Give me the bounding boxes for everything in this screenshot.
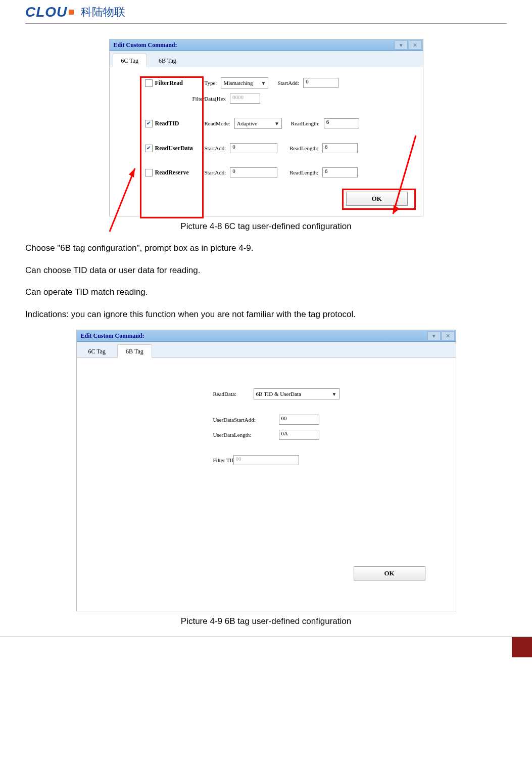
readuserdata-label: ReadUserData: [155, 145, 193, 152]
readreserve-option[interactable]: ReadReserve: [145, 169, 201, 176]
footer-accent-icon: [512, 637, 532, 657]
minimize-button[interactable]: ▾: [395, 40, 408, 50]
readreserve-label: ReadReserve: [155, 169, 189, 176]
startadd-input-user[interactable]: 0: [230, 143, 277, 153]
chevron-down-icon: ▼: [332, 391, 337, 397]
chevron-down-icon: ▼: [261, 80, 266, 86]
minimize-button-6b[interactable]: ▾: [427, 331, 441, 340]
tabs-bar-6b: 6C Tag 6B Tag: [77, 342, 456, 358]
dialog-titlebar: Edit Custom Command: ▾ ✕: [110, 39, 423, 51]
userdatastart-label: UserDataStartAdd:: [213, 417, 279, 423]
paragraph-4: Indications: you can ignore this functio…: [25, 308, 507, 321]
logo-cn: 科陆物联: [81, 5, 125, 20]
readuserdata-checkbox[interactable]: [145, 145, 153, 152]
type-select[interactable]: Mismatching▼: [221, 77, 268, 88]
dialog-title: Edit Custom Command:: [114, 41, 177, 49]
svg-marker-3: [393, 205, 400, 214]
chevron-down-icon: ▼: [274, 121, 279, 126]
close-button[interactable]: ✕: [409, 40, 422, 50]
readmode-select[interactable]: Adaptive▼: [234, 118, 282, 129]
startadd-label: StartAdd:: [277, 80, 299, 86]
type-label: Type:: [205, 80, 217, 86]
paragraph-2: Can choose TID data or user data for rea…: [25, 264, 507, 277]
startadd-label-user: StartAdd:: [205, 145, 226, 151]
userdatastart-input[interactable]: 00: [279, 415, 319, 425]
caption-4-9: Picture 4-9 6B tag user-defined configur…: [25, 616, 507, 626]
userdatalength-label: UserDataLength:: [213, 432, 279, 438]
paragraph-1: Choose "6B tag configuration", prompt bo…: [25, 242, 507, 255]
readtid-checkbox[interactable]: [145, 120, 153, 127]
startadd-input[interactable]: 0: [303, 78, 338, 88]
readlength-label-user: ReadLength:: [289, 145, 318, 151]
filterread-label: FilterRead: [155, 79, 183, 87]
logo-accent-icon: [69, 10, 74, 15]
readlength-input-user[interactable]: 6: [322, 143, 358, 153]
caption-4-8: Picture 4-8 6C tag user-defined configur…: [25, 221, 507, 232]
readlength-label-reserve: ReadLength:: [289, 169, 318, 175]
dialog-titlebar-6b: Edit Custom Command: ▾ ✕: [77, 330, 456, 342]
filterhex-label: FilterData(Hex: [192, 96, 226, 102]
userdatalength-input[interactable]: 0A: [279, 430, 319, 440]
tab-6b-d2[interactable]: 6B Tag: [117, 344, 152, 358]
readlength-input-reserve[interactable]: 6: [322, 167, 358, 177]
readtid-option[interactable]: ReadTID: [145, 120, 201, 127]
filterread-checkbox[interactable]: [145, 79, 153, 87]
paragraph-3: Can operate TID match reading.: [25, 286, 507, 299]
readtid-label: ReadTID: [155, 120, 179, 127]
svg-marker-1: [129, 168, 135, 177]
filterhex-input[interactable]: 0000: [230, 94, 260, 104]
ok-button-6b[interactable]: OK: [354, 566, 425, 580]
logo: CLOU 科陆物联: [25, 4, 125, 20]
readuserdata-option[interactable]: ReadUserData: [145, 145, 201, 152]
startadd-input-reserve[interactable]: 0: [230, 167, 277, 177]
page-footer: [0, 637, 532, 657]
tab-6c-d2[interactable]: 6C Tag: [80, 344, 115, 358]
readlength-label: ReadLength:: [291, 120, 320, 126]
readreserve-checkbox[interactable]: [145, 169, 153, 176]
filterread-option[interactable]: FilterRead: [145, 79, 201, 87]
tab-6b[interactable]: 6B Tag: [150, 54, 185, 67]
logo-text: CLOU: [25, 4, 67, 20]
readdata-select[interactable]: 6B TID & UserData▼: [254, 388, 340, 399]
filtertid-input[interactable]: 00: [233, 455, 299, 465]
tab-6c[interactable]: 6C Tag: [113, 54, 148, 67]
readmode-label: ReadMode:: [205, 120, 230, 126]
page-header: CLOU 科陆物联: [25, 0, 507, 24]
close-button-6b[interactable]: ✕: [442, 331, 455, 340]
readlength-input[interactable]: 6: [324, 118, 359, 128]
startadd-label-reserve: StartAdd:: [205, 169, 226, 175]
dialog-6c: Edit Custom Command: ▾ ✕ 6C Tag 6B Tag F…: [109, 39, 423, 216]
ok-button[interactable]: OK: [346, 192, 408, 206]
dialog-6b: Edit Custom Command: ▾ ✕ 6C Tag 6B Tag R…: [76, 330, 456, 611]
dialog-title-6b: Edit Custom Command:: [81, 332, 144, 340]
tabs-bar: 6C Tag 6B Tag: [110, 51, 423, 67]
